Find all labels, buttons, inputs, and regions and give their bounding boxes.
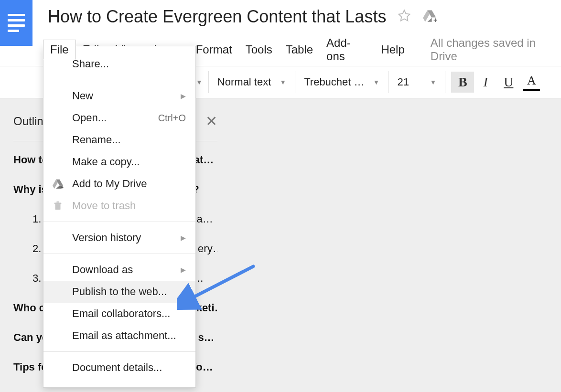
menu-version-history-label: Version history (72, 232, 141, 244)
star-icon[interactable] (398, 7, 411, 27)
menu-help[interactable]: Help (374, 40, 411, 59)
file-dropdown-menu: Share... New ▶ Open... Ctrl+O Rename... … (43, 46, 196, 388)
submenu-arrow-icon: ▶ (181, 266, 186, 274)
chevron-down-icon: ▼ (373, 78, 380, 86)
svg-text:+: + (433, 16, 437, 22)
menu-file[interactable]: File (43, 40, 76, 60)
svg-rect-10 (55, 204, 61, 210)
menu-open-label: Open... (72, 112, 107, 124)
menu-email-collaborators[interactable]: Email collaborators... (43, 303, 195, 325)
close-icon[interactable]: ✕ (205, 113, 217, 129)
svg-rect-11 (54, 203, 62, 204)
document-title[interactable]: How to Create Evergreen Content that Las… (48, 7, 386, 27)
menu-table[interactable]: Table (279, 40, 320, 59)
svg-marker-0 (399, 10, 410, 21)
font-size-dropdown[interactable]: 21 ▼ (394, 76, 439, 88)
drive-icon: + (51, 177, 65, 191)
svg-text:+: + (61, 184, 64, 189)
menu-document-details[interactable]: Document details... (43, 357, 195, 379)
font-size-value: 21 (397, 76, 421, 88)
docs-app-icon-lines (8, 14, 25, 32)
submenu-arrow-icon: ▶ (181, 92, 186, 100)
menu-make-copy[interactable]: Make a copy... (43, 151, 195, 173)
save-status: All changes saved in Drive (431, 36, 561, 63)
menu-format[interactable]: Format (189, 40, 239, 59)
font-family-label: Trebuchet … (304, 76, 364, 88)
bold-button[interactable]: B (451, 72, 474, 93)
menu-new[interactable]: New ▶ (43, 85, 195, 107)
text-color-bar (523, 89, 540, 91)
underline-button[interactable]: U (497, 72, 520, 93)
menu-email-attachment[interactable]: Email as attachment... (43, 325, 195, 347)
svg-rect-12 (56, 201, 59, 203)
menu-move-to-trash-label: Move to trash (72, 200, 136, 212)
menu-addons[interactable]: Add-ons (320, 33, 374, 66)
trash-icon (51, 199, 65, 212)
menu-download-as[interactable]: Download as ▶ (43, 259, 195, 281)
menu-open-shortcut: Ctrl+O (158, 113, 186, 124)
text-color-button[interactable]: A (520, 72, 543, 93)
menu-move-to-trash: Move to trash (43, 195, 195, 217)
chevron-down-icon: ▼ (430, 78, 436, 86)
submenu-arrow-icon: ▶ (181, 234, 186, 242)
text-color-glyph: A (527, 74, 536, 88)
docs-app-icon[interactable] (0, 0, 32, 46)
menu-rename[interactable]: Rename... (43, 129, 195, 151)
menu-open[interactable]: Open... Ctrl+O (43, 107, 195, 129)
menu-version-history[interactable]: Version history ▶ (43, 227, 195, 249)
menu-add-to-drive-label: Add to My Drive (72, 178, 147, 190)
italic-button[interactable]: I (474, 72, 497, 93)
add-to-drive-icon[interactable]: + (422, 7, 437, 27)
paragraph-style-label: Normal text (217, 76, 271, 88)
menu-publish-to-web[interactable]: Publish to the web... (43, 281, 195, 303)
paragraph-style-dropdown[interactable]: Normal text ▼ (215, 76, 289, 88)
menu-new-label: New (72, 90, 93, 102)
menu-download-as-label: Download as (72, 264, 133, 276)
menu-add-to-drive[interactable]: + Add to My Drive (43, 173, 195, 195)
toolbar-caret-left[interactable]: ▼ (196, 78, 203, 86)
font-family-dropdown[interactable]: Trebuchet … ▼ (301, 76, 382, 88)
menu-tools[interactable]: Tools (239, 40, 279, 59)
chevron-down-icon: ▼ (280, 78, 286, 86)
